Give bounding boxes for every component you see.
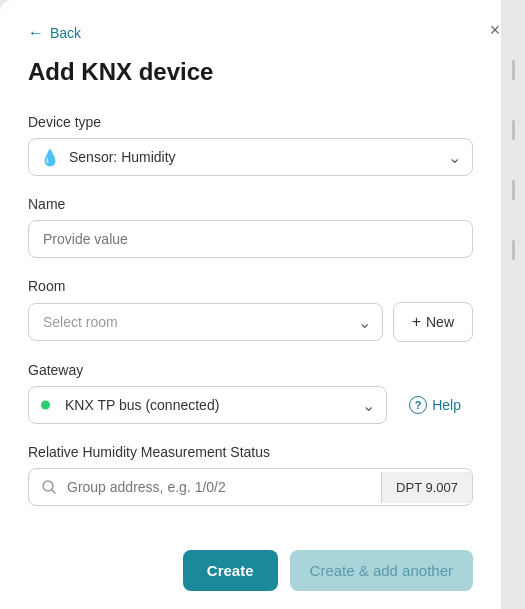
room-field: Room Select room ⌄ + New (28, 278, 473, 342)
back-arrow-icon: ← (28, 24, 44, 42)
group-address-row: DPT 9.007 (28, 468, 473, 506)
gateway-row: KNX TP bus (connected) ⌄ ? Help (28, 386, 473, 424)
help-button[interactable]: ? Help (397, 386, 473, 424)
page-title: Add KNX device (28, 58, 473, 86)
svg-line-1 (52, 490, 55, 493)
side-panel (501, 0, 525, 609)
name-field: Name (28, 196, 473, 258)
back-link[interactable]: ← Back (28, 24, 473, 42)
help-label: Help (432, 397, 461, 413)
create-add-another-button[interactable]: Create & add another (290, 550, 473, 591)
new-room-label: New (426, 314, 454, 330)
gateway-select[interactable]: KNX TP bus (connected) (28, 386, 387, 424)
plus-icon: + (412, 313, 421, 331)
search-icon (41, 479, 57, 495)
name-label: Name (28, 196, 473, 212)
device-type-field: Device type 💧 Sensor: Humidity ⌄ (28, 114, 473, 176)
device-type-label: Device type (28, 114, 473, 130)
humidity-measurement-field: Relative Humidity Measurement Status DPT… (28, 444, 473, 506)
side-indicator-1 (512, 60, 515, 80)
dpt-badge: DPT 9.007 (381, 472, 472, 503)
gateway-select-container: KNX TP bus (connected) ⌄ (28, 386, 387, 424)
room-select-wrapper: Select room ⌄ (28, 303, 383, 341)
gateway-field: Gateway KNX TP bus (connected) ⌄ ? Help (28, 362, 473, 424)
gateway-label: Gateway (28, 362, 473, 378)
room-select[interactable]: Select room (28, 303, 383, 341)
side-indicator-2 (512, 120, 515, 140)
footer-buttons: Create Create & add another (28, 526, 473, 591)
help-circle-icon: ? (409, 396, 427, 414)
humidity-measurement-label: Relative Humidity Measurement Status (28, 444, 473, 460)
device-type-select[interactable]: Sensor: Humidity (28, 138, 473, 176)
name-input[interactable] (28, 220, 473, 258)
side-indicator-3 (512, 180, 515, 200)
close-button[interactable]: × (481, 16, 509, 44)
close-icon: × (490, 20, 501, 41)
room-row: Select room ⌄ + New (28, 302, 473, 342)
side-indicator-4 (512, 240, 515, 260)
device-type-select-wrapper: 💧 Sensor: Humidity ⌄ (28, 138, 473, 176)
search-icon-container (29, 469, 67, 505)
room-label: Room (28, 278, 473, 294)
create-button[interactable]: Create (183, 550, 278, 591)
group-address-input[interactable] (67, 469, 381, 505)
new-room-button[interactable]: + New (393, 302, 473, 342)
back-label: Back (50, 25, 81, 41)
